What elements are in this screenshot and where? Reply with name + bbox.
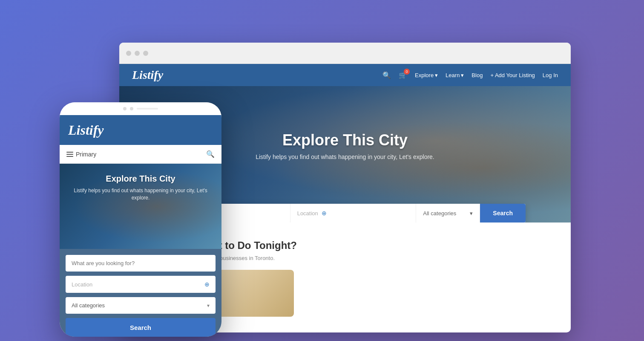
browser-dot-green [143, 51, 148, 56]
mobile-search-button[interactable]: Search [66, 318, 216, 337]
location-text: Location [297, 210, 318, 217]
desktop-hero-content: Explore This City Listify helps you find… [256, 131, 434, 160]
desktop-search-button[interactable]: Search [480, 204, 526, 223]
desktop-category-select[interactable]: All categories ▾ [416, 204, 480, 223]
hamburger-line-3 [66, 156, 73, 157]
mobile-logo: Listify [68, 122, 104, 138]
browser-chrome [119, 43, 571, 64]
mobile-location-input[interactable]: Location ⊕ [66, 276, 216, 293]
mobile-hero-title: Explore This City [68, 174, 213, 184]
mobile-status-dot-1 [123, 107, 126, 110]
desktop-card-2[interactable] [217, 270, 294, 317]
cart-badge: 0 [404, 69, 410, 75]
mobile-location-icon: ⊕ [204, 281, 210, 288]
mobile-secondary-nav: Primary 🔍 [60, 145, 221, 164]
desktop-hero-subtitle: Listify helps you find out whats happeni… [256, 153, 434, 160]
mobile-hero-subtitle: Listify helps you find out whats happeni… [68, 187, 213, 202]
hamburger-line-1 [66, 152, 73, 153]
add-listing-nav-link[interactable]: + Add Your Listing [490, 72, 535, 78]
mobile-search-icon[interactable]: 🔍 [206, 150, 215, 158]
mobile-status-line [137, 108, 158, 110]
desktop-location-input[interactable]: Location ⊕ [290, 204, 417, 223]
hamburger-line-2 [66, 154, 73, 155]
learn-chevron-icon: ▾ [461, 72, 464, 78]
primary-menu-label: Primary [76, 151, 96, 158]
mobile-search-content: Location ⊕ All categories ▾ Search [60, 249, 221, 337]
mobile-status-dot-2 [130, 107, 133, 110]
location-target-icon: ⊕ [322, 210, 327, 217]
mobile-category-chevron-icon: ▾ [207, 303, 210, 309]
mobile-hero-content: Explore This City Listify helps you find… [60, 164, 221, 208]
hamburger-icon [66, 152, 73, 157]
mobile-status-bar [60, 102, 221, 115]
learn-nav-link[interactable]: Learn ▾ [446, 72, 464, 78]
blog-nav-link[interactable]: Blog [472, 72, 483, 78]
login-nav-link[interactable]: Log In [543, 72, 558, 78]
category-chevron-icon: ▾ [470, 210, 473, 217]
mobile-category-select[interactable]: All categories ▾ [66, 297, 216, 314]
browser-dot-yellow [135, 51, 140, 56]
desktop-nav-right: 🔍 🛒 0 Explore ▾ Learn ▾ Blog + Add Your … [382, 71, 558, 79]
desktop-nav: Listify 🔍 🛒 0 Explore ▾ Learn ▾ Blog + A… [119, 64, 571, 86]
desktop-hero-title: Explore This City [256, 131, 434, 149]
explore-nav-link[interactable]: Explore ▾ [415, 72, 438, 78]
mobile-mockup: Listify Primary 🔍 Explore This City List… [60, 102, 221, 337]
cart-wrapper[interactable]: 🛒 0 [399, 71, 407, 79]
explore-chevron-icon: ▾ [435, 72, 438, 78]
browser-dot-red [126, 51, 131, 56]
mobile-location-text: Location [72, 281, 92, 288]
mobile-keyword-input[interactable] [66, 255, 216, 272]
mobile-hero: Explore This City Listify helps you find… [60, 164, 221, 249]
mobile-menu-label[interactable]: Primary [66, 151, 96, 158]
desktop-logo: Listify [132, 68, 163, 82]
search-icon[interactable]: 🔍 [382, 71, 391, 79]
mobile-nav: Listify [60, 115, 221, 145]
